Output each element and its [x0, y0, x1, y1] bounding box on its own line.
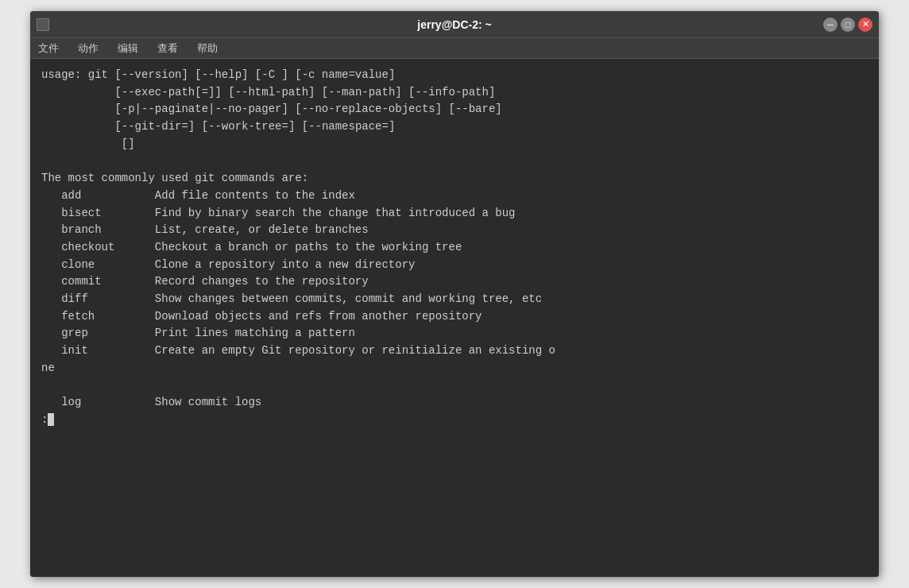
menu-bar: 文件 动作 编辑 查看 帮助 — [30, 38, 879, 59]
menu-item-action[interactable]: 动作 — [75, 40, 102, 57]
terminal-cursor — [48, 413, 54, 426]
menu-item-file[interactable]: 文件 — [35, 40, 62, 57]
terminal-content[interactable]: usage: git [--version] [--help] [-C ] [-… — [30, 59, 879, 577]
menu-item-view[interactable]: 查看 — [154, 40, 181, 57]
svg-rect-0 — [39, 21, 47, 29]
maximize-button[interactable]: □ — [841, 17, 855, 32]
minimize-button[interactable]: ─ — [823, 17, 837, 32]
terminal-output: usage: git [--version] [--help] [-C ] [-… — [41, 67, 868, 428]
terminal-window: jerry@DC-2: ~ ─ □ ✕ 文件 动作 编辑 查看 帮助 usage… — [30, 11, 879, 577]
terminal-icon — [37, 18, 49, 31]
window-controls: ─ □ ✕ — [823, 17, 872, 32]
title-bar: jerry@DC-2: ~ ─ □ ✕ — [30, 11, 879, 38]
menu-item-edit[interactable]: 编辑 — [114, 40, 141, 57]
window-title: jerry@DC-2: ~ — [417, 18, 491, 31]
title-bar-left — [37, 18, 49, 31]
menu-item-help[interactable]: 帮助 — [194, 40, 221, 57]
close-button[interactable]: ✕ — [858, 17, 872, 32]
